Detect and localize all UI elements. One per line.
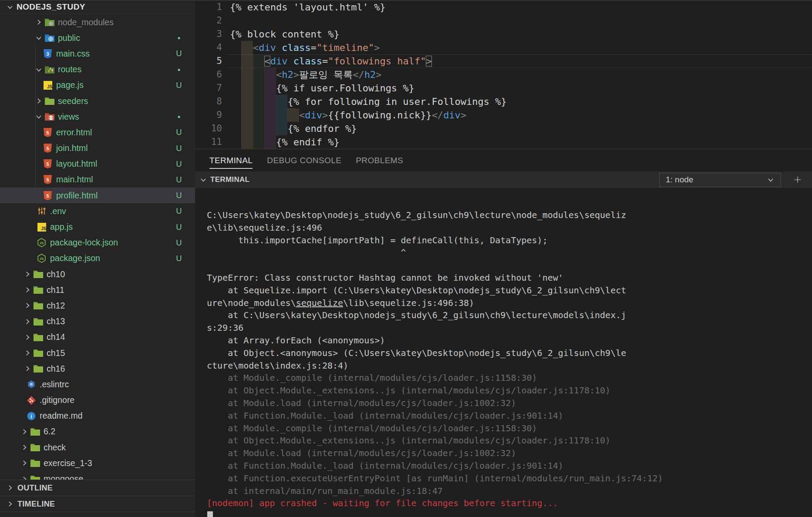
tab-problems[interactable]: PROBLEMS <box>356 151 403 170</box>
code-line[interactable]: 8 {% for following in user.Followings %} <box>195 95 812 108</box>
tree-item-seeders[interactable]: seeders <box>0 93 195 109</box>
tree-item-package.json[interactable]: JSpackage.jsonU <box>0 251 195 266</box>
tree-item-ch15[interactable]: ch15 <box>0 345 195 361</box>
terminal-section-header[interactable]: TERMINAL 1: node <box>195 171 812 188</box>
tree-item-label: ch14 <box>47 332 65 342</box>
tree-item-package-lock.json[interactable]: JSpackage-lock.jsonU <box>0 235 195 251</box>
chevron-right-icon <box>23 365 32 373</box>
code-line-text: <div>{{following.nick}}</div> <box>230 108 466 122</box>
chevron-right-icon <box>23 349 32 357</box>
tree-item-label: .env <box>50 206 66 216</box>
code-line[interactable]: 9 <div>{{following.nick}}</div> <box>195 108 812 122</box>
sidebar-section-timeline[interactable]: TIMELINE <box>0 496 195 512</box>
tree-item-.eslintrc[interactable]: .eslintrc <box>0 376 195 392</box>
tree-item-mongoose[interactable]: mongoose <box>0 471 195 480</box>
tab-terminal[interactable]: TERMINAL <box>209 151 253 170</box>
chevron-right-icon <box>23 286 32 294</box>
git-status-badge: U <box>173 206 185 216</box>
terminal-link[interactable]: sequelize <box>296 298 343 308</box>
tree-item-label: error.html <box>56 128 92 138</box>
tree-item-error.html[interactable]: 5error.htmlU <box>0 124 195 140</box>
code-line[interactable]: 11 {% endif %} <box>195 135 812 149</box>
tree-item-6.2[interactable]: 6.2 <box>0 424 195 440</box>
tree-item-page.js[interactable]: JSpage.jsU <box>0 77 195 93</box>
code-line-text: {% endfor %} <box>230 122 357 135</box>
terminal-line: at Object.<anonymous> (C:\Users\katey\De… <box>207 347 812 359</box>
folder-public-icon <box>44 33 55 43</box>
explorer-sidebar: NODEJS_STUDY node_modulespublic●3main.cs… <box>0 0 195 517</box>
tree-item-label: join.html <box>56 143 88 153</box>
tree-item-readme.md[interactable]: ireadme.md <box>0 408 195 424</box>
tree-item-app.js[interactable]: JSapp.jsU <box>0 219 195 235</box>
tree-item-node_modules[interactable]: node_modules <box>0 14 195 30</box>
tree-item-exercise_1-3[interactable]: exercise_1-3 <box>0 455 195 471</box>
code-line[interactable]: 1{% extends 'layout.html' %} <box>195 0 812 14</box>
code-line-text: {% endif %} <box>230 135 340 149</box>
tree-item-profile.html[interactable]: 5profile.htmlU <box>0 188 195 203</box>
folder-icon <box>32 332 44 342</box>
code-line[interactable]: 5 <div class="followings half"> <box>195 54 812 68</box>
tree-item-.gitignore[interactable]: .gitignore <box>0 393 195 408</box>
html-icon: 5 <box>42 175 54 185</box>
line-number: 10 <box>195 122 222 135</box>
tree-item-.env[interactable]: .envU <box>0 203 195 219</box>
tree-item-ch13[interactable]: ch13 <box>0 314 195 329</box>
terminal-line: at Module._compile (internal/modules/cjs… <box>207 372 812 384</box>
code-line[interactable]: 6 <h2>팔로잉 목록</h2> <box>195 68 812 81</box>
line-number: 4 <box>195 41 222 54</box>
code-editor[interactable]: 1{% extends 'layout.html' %}23{% block c… <box>195 0 812 149</box>
git-status-badge: U <box>173 159 185 169</box>
tree-item-join.html[interactable]: 5join.htmlU <box>0 141 195 156</box>
explorer-project-header[interactable]: NODEJS_STUDY <box>0 0 195 14</box>
code-line-text: {% block content %} <box>230 27 340 41</box>
tree-item-views[interactable]: views● <box>0 109 195 124</box>
terminal-selector-dropdown[interactable]: 1: node <box>659 173 781 187</box>
terminal-line: at Module.load (internal/modules/cjs/loa… <box>207 397 812 410</box>
tree-item-ch11[interactable]: ch11 <box>0 282 195 298</box>
code-line[interactable]: 2 <box>195 14 812 27</box>
tree-item-public[interactable]: public● <box>0 30 195 46</box>
chevron-right-icon <box>20 428 29 436</box>
terminal-line: cture\models\index.js:28:4) <box>207 359 812 372</box>
section-label: TIMELINE <box>17 500 55 509</box>
tree-item-label: mongoose <box>44 474 83 480</box>
chevron-right-icon <box>23 302 32 309</box>
tree-item-label: package.json <box>50 253 100 263</box>
env-icon <box>36 206 47 216</box>
git-status-badge: U <box>173 222 185 232</box>
folder-views-icon <box>44 111 55 122</box>
tab-debug-console[interactable]: DEBUG CONSOLE <box>267 151 341 170</box>
tree-item-check[interactable]: check <box>0 440 195 455</box>
terminal-line: at C:\Users\katey\Desktop\nodejs_study\6… <box>207 309 812 322</box>
new-terminal-button[interactable] <box>791 173 805 187</box>
sidebar-section-partial <box>0 512 195 517</box>
tree-item-main.css[interactable]: 3main.cssU <box>0 46 195 61</box>
folder-icon <box>32 300 44 311</box>
line-number: 9 <box>195 108 222 122</box>
tree-item-routes[interactable]: routes● <box>0 62 195 77</box>
chevron-down-icon <box>5 3 15 11</box>
tree-item-ch12[interactable]: ch12 <box>0 298 195 313</box>
tree-item-ch10[interactable]: ch10 <box>0 266 195 282</box>
code-line[interactable]: 4 <div class="timeline"> <box>195 41 812 54</box>
tree-item-ch14[interactable]: ch14 <box>0 329 195 345</box>
tree-item-main.html[interactable]: 5main.htmlU <box>0 172 195 188</box>
code-line[interactable]: 7 {% if user.Followings %} <box>195 81 812 95</box>
code-line-text: <h2>팔로잉 목록</h2> <box>230 68 381 81</box>
chevron-down-icon <box>199 176 208 184</box>
tree-item-ch16[interactable]: ch16 <box>0 361 195 376</box>
sidebar-section-outline[interactable]: OUTLINE <box>0 480 195 496</box>
tree-item-label: exercise_1-3 <box>44 458 92 468</box>
line-number: 1 <box>195 0 222 14</box>
git-status-badge: U <box>173 238 185 248</box>
terminal-line: at Function.executeUserEntryPoint [as ru… <box>207 472 812 485</box>
code-line[interactable]: 10 {% endfor %} <box>195 122 812 135</box>
terminal-output[interactable]: C:\Users\katey\Desktop\nodejs_study\6_2_… <box>195 188 812 517</box>
terminal-line: at Array.forEach (<anonymous>) <box>207 334 812 347</box>
code-line[interactable]: 3{% block content %} <box>195 27 812 41</box>
terminal-line: at Module._compile (internal/modules/cjs… <box>207 422 812 435</box>
tree-item-layout.html[interactable]: 5layout.htmlU <box>0 156 195 172</box>
tree-item-label: node_modules <box>58 17 114 27</box>
svg-text:5: 5 <box>46 161 49 167</box>
tree-item-label: .gitignore <box>40 395 74 405</box>
